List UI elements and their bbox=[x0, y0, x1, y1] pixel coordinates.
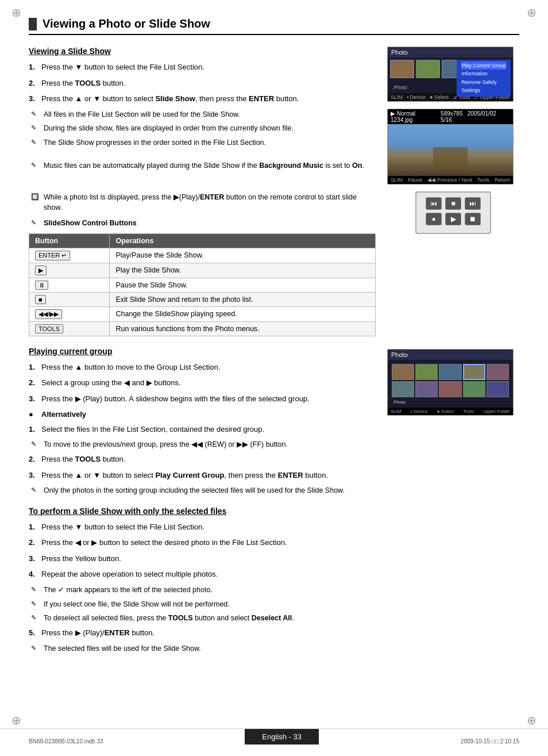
sf-note-3-text: To deselect all selected files, press th… bbox=[44, 613, 294, 624]
ss3-device: ▪ Device bbox=[411, 409, 428, 414]
ss2-bottom: SLIM Pause ◀◀ Previous / Next Tools Retu… bbox=[388, 176, 513, 184]
ss3-spacer: Photo bbox=[387, 349, 519, 416]
op-enter: Play/Pause the Slide Show. bbox=[110, 248, 376, 263]
sf-note-4-text: The selected files will be used for the … bbox=[44, 643, 201, 654]
alt-step-3: 3. Press the ▲ or ▼ button to select Pla… bbox=[29, 470, 376, 481]
sf-step-5: 5. Press the ▶ (Play)/ENTER button. bbox=[29, 627, 376, 639]
ss2-return: Return bbox=[495, 177, 510, 183]
ss3-t9 bbox=[463, 381, 485, 397]
ss3-t6 bbox=[392, 381, 414, 397]
tools-icon: TOOLS bbox=[35, 324, 63, 333]
note-icon-sf2: ✎ bbox=[31, 599, 44, 610]
ss1-menu-item-4: Settings bbox=[461, 86, 506, 94]
btn-pause: ⏸ bbox=[29, 278, 110, 292]
pg-step-1: 1. Press the ▲ button to move to the Gro… bbox=[29, 362, 376, 373]
pg-step-2-text: Select a group using the ◀ and ▶ buttons… bbox=[41, 377, 181, 389]
ss1-menu-popup: Play Current Group Information Remove Sa… bbox=[457, 60, 511, 97]
note-icon-3: ✎ bbox=[31, 137, 44, 148]
ss1-menu-item-1: Play Current Group bbox=[461, 62, 506, 70]
step-1-text: Press the ▼ button to select the File Li… bbox=[41, 62, 204, 73]
enter-icon: ENTER ↵ bbox=[35, 251, 70, 260]
playing-group-heading: Playing current group bbox=[29, 347, 376, 356]
ss3-t10 bbox=[487, 381, 509, 397]
pg-step-1-num: 1. bbox=[29, 362, 41, 373]
note-icon-2: ✎ bbox=[31, 123, 44, 134]
bullet-icon: ● bbox=[29, 409, 41, 420]
ss3-tools: Tools bbox=[463, 409, 474, 414]
sf-note-2: ✎ If you select one file, the Slide Show… bbox=[29, 599, 376, 610]
corner-mark-tl: ⊕ bbox=[11, 6, 21, 20]
note-1-text: During the slide show, files are display… bbox=[44, 123, 294, 134]
left-column: Viewing a Slide Show 1. Press the ▼ butt… bbox=[29, 47, 376, 657]
ss1-menu-item-3: Remove Safely bbox=[461, 78, 506, 86]
table-row: ⏸ Pause the Slide Show. bbox=[29, 278, 376, 292]
footer-left: BN68-02388B-03L10.indb 33 bbox=[29, 738, 103, 745]
viewing-slideshow-section: Viewing a Slide Show 1. Press the ▼ butt… bbox=[29, 47, 376, 336]
ss3-t4 bbox=[463, 364, 485, 380]
ss3-select: ● Select bbox=[437, 409, 454, 414]
ss3-t8 bbox=[439, 381, 461, 397]
pg-step-2: 2. Select a group using the ◀ and ▶ butt… bbox=[29, 377, 376, 389]
page-header: Viewing a Photo or Slide Show bbox=[29, 17, 519, 35]
ss2-info: 589x785 2005/01/02 5/16 bbox=[441, 110, 510, 123]
note-icon-alt1: ✎ bbox=[31, 439, 44, 450]
selected-files-section: To perform a Slide Show with only the se… bbox=[29, 506, 376, 654]
step-3-num: 3. bbox=[29, 93, 41, 105]
remote-btn-rec: ● bbox=[426, 213, 442, 225]
ss2-prevnext: ◀◀ Previous / Next bbox=[427, 177, 472, 183]
step-2-num: 2. bbox=[29, 78, 41, 89]
viewing-slideshow-heading: Viewing a Slide Show bbox=[29, 47, 376, 56]
ss3-t3 bbox=[439, 364, 461, 380]
btn-tools: TOOLS bbox=[29, 321, 110, 336]
section-marker bbox=[29, 18, 37, 30]
note-icon-alt2: ✎ bbox=[31, 485, 44, 496]
btn-play: ▶ bbox=[29, 263, 110, 278]
sf-step-2-num: 2. bbox=[29, 537, 41, 548]
alt-step-1-num: 1. bbox=[29, 424, 41, 435]
pg-step-1-text: Press the ▲ button to move to the Group … bbox=[41, 362, 220, 373]
remote-note-text: While a photo list is displayed, press t… bbox=[44, 192, 376, 214]
sf-note-3: ✎ To deselect all selected files, press … bbox=[29, 613, 376, 624]
ss1-thumb-2 bbox=[416, 60, 440, 78]
sf-note-1-text: The ✓ mark appears to the left of the se… bbox=[44, 585, 213, 596]
ss2-slim: SLIM bbox=[391, 177, 403, 183]
ss2-image bbox=[388, 124, 513, 176]
sf-step-4: 4. Repeat the above operation to select … bbox=[29, 569, 376, 580]
playing-group-section: Playing current group 1. Press the ▲ but… bbox=[29, 347, 376, 496]
alternatively-label: Alternatively bbox=[41, 409, 86, 420]
ss1-thumb-1 bbox=[390, 60, 414, 78]
note-icon-sf4: ✎ bbox=[31, 643, 44, 654]
step-2-text: Press the TOOLS button. bbox=[41, 78, 125, 89]
sf-step-2-text: Press the ◀ or ▶ button to select the de… bbox=[41, 537, 287, 548]
table-row: ◀◀/▶▶ Change the SlideShow playing speed… bbox=[29, 306, 376, 321]
page-container: ⊕ ⊕ ⊕ ⊕ Viewing a Photo or Slide Show Vi… bbox=[0, 0, 548, 756]
sf-step-3: 3. Press the Yellow button. bbox=[29, 553, 376, 565]
ss2-mode: ▶ Normal 1234.jpg bbox=[391, 110, 441, 123]
footer-right: 2009-10-15 □□ 2:10:15 bbox=[461, 738, 519, 745]
ss1-titlebar: Photo bbox=[388, 47, 513, 57]
alt-note-text: Only the photos in the sorting group inc… bbox=[44, 485, 345, 496]
sf-step-3-text: Press the Yellow button. bbox=[41, 553, 121, 565]
corner-mark-bl: ⊕ bbox=[11, 713, 21, 727]
remote-btn-stop: ■ bbox=[445, 197, 461, 210]
ss1-slim: SLIM bbox=[391, 94, 403, 100]
sf-step-4-num: 4. bbox=[29, 569, 41, 580]
btn-rew-ff: ◀◀/▶▶ bbox=[29, 306, 110, 321]
alt-step-1-text: Select the files In the File List Sectio… bbox=[41, 424, 264, 435]
ss3-body: .Photo bbox=[388, 360, 513, 408]
step-3: 3. Press the ▲ or ▼ button to select Sli… bbox=[29, 93, 376, 105]
right-column: Photo 1234.jpg Play Current Group Inform… bbox=[387, 47, 519, 657]
selected-files-heading: To perform a Slide Show with only the se… bbox=[29, 506, 376, 516]
note-2: ✎ The Slide Show progresses in the order… bbox=[29, 137, 376, 148]
table-row: TOOLS Run various functions from the Pho… bbox=[29, 321, 376, 336]
table-header-button: Button bbox=[29, 233, 110, 248]
alt-step-2: 2. Press the TOOLS button. bbox=[29, 454, 376, 465]
ss3-thumbnails bbox=[390, 362, 511, 399]
op-stop: Exit Slide Show and return to the photo … bbox=[110, 292, 376, 306]
ss3-t2 bbox=[415, 364, 438, 380]
remote-note: 🔲 While a photo list is displayed, press… bbox=[29, 192, 376, 214]
step-1-num: 1. bbox=[29, 62, 41, 73]
remote-control-box: ⏮ ■ ⏭ ● ▶ ⏹ bbox=[415, 191, 491, 234]
page-title: Viewing a Photo or Slide Show bbox=[43, 17, 210, 30]
ss1-menu: Play Current Group Information Remove Sa… bbox=[457, 60, 511, 97]
